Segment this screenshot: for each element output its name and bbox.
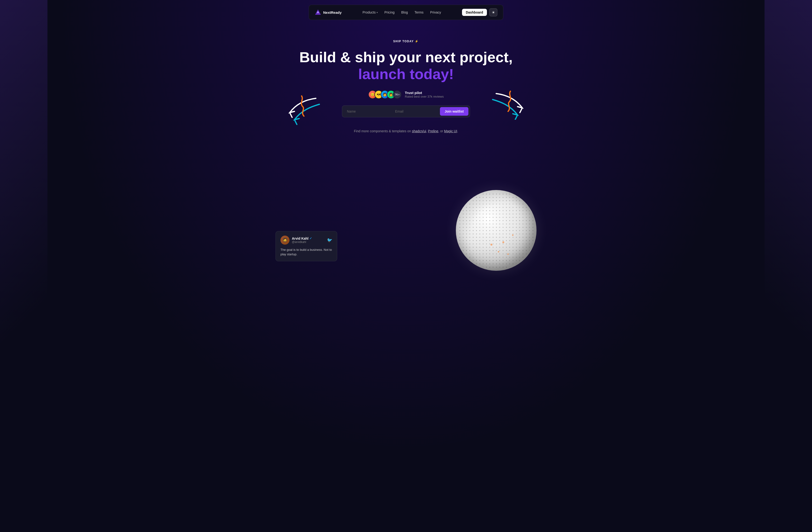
- tweet-card: 🧔 Arvid Kahl ✓ @arvidkahl 🐦 The goal is …: [275, 231, 337, 261]
- tweet-name: Arvid Kahl ✓: [292, 237, 312, 240]
- verified-icon: ✓: [309, 237, 312, 240]
- nav-links: Products ▾ Pricing Blog Terms Privacy: [360, 9, 444, 16]
- bg-right-decoration: [765, 0, 812, 532]
- navbar: NextReady Products ▾ Pricing Blog Terms …: [309, 5, 503, 20]
- name-input[interactable]: [344, 107, 392, 116]
- preline-link[interactable]: Preline: [428, 129, 438, 133]
- waitlist-form: Join waitlist: [342, 106, 470, 117]
- find-more-text: Find more components & templates on shad…: [273, 129, 539, 133]
- tweet-avatar: 🧔: [280, 236, 290, 244]
- svg-point-9: [491, 244, 492, 246]
- tweet-user-info: Arvid Kahl ✓ @arvidkahl: [292, 237, 312, 244]
- brand-logo-icon: [315, 9, 321, 16]
- dropdown-arrow-icon: ▾: [377, 11, 378, 14]
- join-waitlist-button[interactable]: Join waitlist: [440, 107, 468, 116]
- magic-ui-link[interactable]: Magic UI: [444, 129, 457, 133]
- tweet-text: The goal is to build a business. Not to …: [280, 248, 332, 257]
- navbar-actions: Dashboard ☀: [462, 8, 497, 16]
- sun-icon: ☀: [492, 10, 495, 15]
- theme-toggle-button[interactable]: ☀: [489, 8, 497, 16]
- shadcn-link[interactable]: shadcn/ui: [412, 129, 426, 133]
- nav-pricing[interactable]: Pricing: [381, 9, 397, 16]
- trust-subtitle: Rated best over 37k reviews: [405, 95, 444, 98]
- trust-row: 😊 😎 🧑 👩 7K+ Trust pilot Rated best over …: [273, 90, 539, 99]
- tweet-handle: @arvidkahl: [292, 240, 312, 244]
- bg-left-decoration: [0, 0, 47, 532]
- nav-products[interactable]: Products ▾: [360, 9, 381, 16]
- nav-terms[interactable]: Terms: [412, 9, 426, 16]
- avatar-group: 😊 😎 🧑 👩 7K+: [368, 90, 402, 99]
- nav-blog[interactable]: Blog: [398, 9, 411, 16]
- dashboard-button[interactable]: Dashboard: [462, 9, 487, 16]
- svg-point-2: [317, 11, 319, 13]
- hero-title-accent: launch today!: [273, 66, 539, 82]
- email-input[interactable]: [392, 107, 440, 116]
- hero-badge: SHIP TODAY ⚡: [393, 40, 419, 43]
- svg-point-7: [512, 234, 513, 236]
- twitter-icon: 🐦: [327, 238, 332, 243]
- hero-title: Build & ship your next project, launch t…: [273, 49, 539, 83]
- tweet-user: 🧔 Arvid Kahl ✓ @arvidkahl: [280, 236, 312, 244]
- trust-text: Trust pilot Rated best over 37k reviews: [405, 91, 444, 98]
- tweet-header: 🧔 Arvid Kahl ✓ @arvidkahl 🐦: [280, 236, 332, 244]
- avatar-count: 7K+: [393, 90, 402, 99]
- brand-name: NextReady: [323, 11, 342, 14]
- svg-point-6: [502, 241, 504, 243]
- nav-privacy[interactable]: Privacy: [427, 9, 444, 16]
- hero-section: SHIP TODAY ⚡ Build & ship your next proj…: [269, 25, 543, 157]
- trust-platform: Trust pilot: [405, 91, 444, 95]
- bottom-section: 🧔 Arvid Kahl ✓ @arvidkahl 🐦 The goal is …: [275, 157, 537, 247]
- brand[interactable]: NextReady: [315, 9, 342, 16]
